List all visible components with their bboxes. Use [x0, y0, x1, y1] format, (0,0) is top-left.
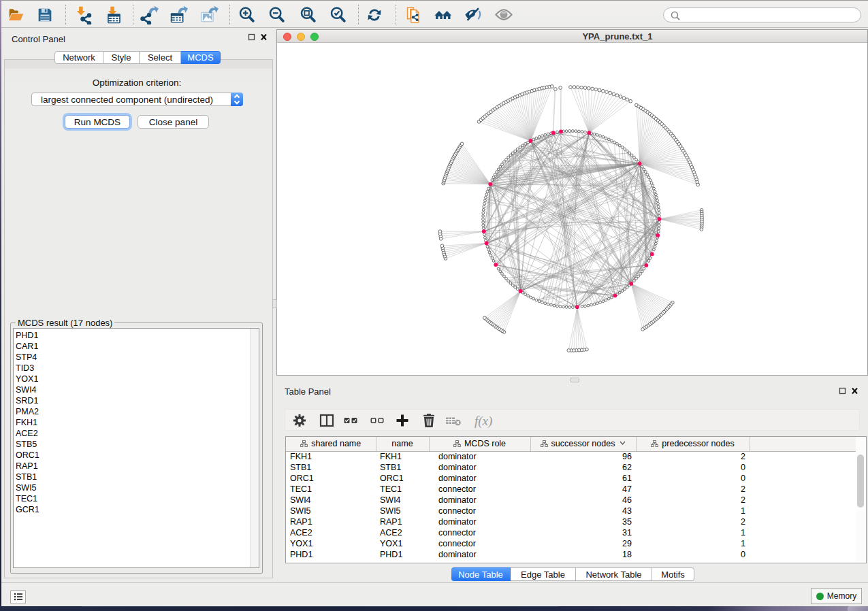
- svg-text:f(x): f(x): [475, 414, 492, 429]
